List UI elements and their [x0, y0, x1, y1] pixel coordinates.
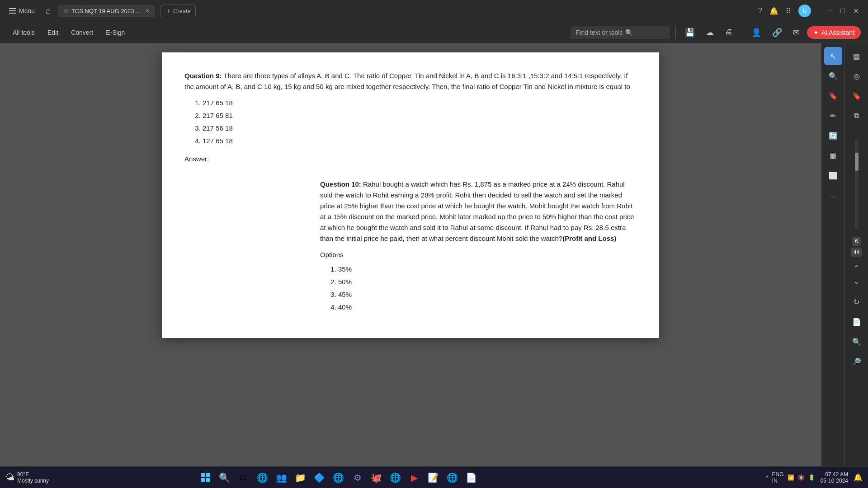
- taskbar-edge2[interactable]: 🌐: [330, 469, 347, 486]
- taskbar-youtube[interactable]: ▶: [406, 469, 423, 486]
- menu-button[interactable]: Menu: [5, 5, 38, 16]
- convert-button[interactable]: Convert: [66, 26, 99, 39]
- panel-icon-3[interactable]: 🔖: [848, 87, 866, 105]
- maximize-button[interactable]: □: [837, 5, 849, 17]
- question-10: Question 10: Rahul bought a watch which …: [320, 179, 637, 244]
- minimize-button[interactable]: ─: [824, 5, 836, 17]
- list-item: 35%: [338, 264, 637, 275]
- bookmark-tool[interactable]: 🔖: [824, 87, 842, 105]
- home-button[interactable]: ⌂: [42, 5, 54, 18]
- taskbar-app6[interactable]: 🔷: [311, 469, 328, 486]
- taskbar-php[interactable]: ⚙: [349, 469, 366, 486]
- list-item: 127 65 18: [203, 136, 637, 146]
- edit-button[interactable]: Edit: [42, 26, 64, 39]
- search-icon: 🔍: [625, 29, 633, 36]
- battery-icon[interactable]: 🔋: [808, 474, 815, 481]
- redact-tool[interactable]: ⬜: [824, 166, 842, 184]
- new-tab-button[interactable]: ＋ Create: [160, 5, 196, 17]
- all-tools-button[interactable]: All tools: [7, 26, 40, 39]
- taskbar-folders-button[interactable]: 📁: [292, 469, 309, 486]
- taskbar-notion[interactable]: 📝: [425, 469, 442, 486]
- taskbar-files-button[interactable]: 🗂: [236, 469, 252, 486]
- time-display: 07:42 AM: [821, 471, 848, 478]
- taskbar-acrobat[interactable]: 📄: [463, 469, 480, 486]
- text-select-tool[interactable]: ▦: [824, 146, 842, 164]
- panel-icon-2[interactable]: ◎: [848, 67, 866, 85]
- pdf-page: Question 9: There are three types of all…: [162, 52, 659, 338]
- apps-icon[interactable]: ⠿: [786, 7, 791, 15]
- taskbar-teams-button[interactable]: 👥: [274, 469, 290, 486]
- scroll-track[interactable]: [855, 139, 859, 230]
- share-icon[interactable]: 👤: [748, 26, 765, 39]
- menu-label: Menu: [19, 7, 35, 14]
- window-controls: ─ □ ✕: [824, 5, 863, 17]
- zoom-in-icon[interactable]: 🔍: [848, 333, 866, 351]
- taskbar-chrome[interactable]: 🌐: [444, 469, 461, 486]
- active-tab[interactable]: ☆ TCS NQT 19 AUG 2023 ... ✕: [58, 5, 155, 17]
- avatar[interactable]: U: [798, 5, 811, 17]
- esign-button[interactable]: E-Sign: [100, 26, 130, 39]
- help-icon[interactable]: ?: [758, 7, 762, 15]
- list-item: 217 56 18: [203, 123, 637, 134]
- export-icon[interactable]: 📄: [848, 313, 866, 331]
- page-down-button[interactable]: ⌄: [852, 275, 861, 287]
- more-tools-button[interactable]: ···: [824, 188, 842, 206]
- wifi-icon[interactable]: 📶: [788, 474, 794, 481]
- q9-options-list: 217 65 18 217 65 81 217 56 18 127 65 18: [184, 98, 637, 146]
- refresh-icon[interactable]: ↻: [848, 293, 866, 311]
- cursor-tool[interactable]: ↖: [824, 47, 842, 65]
- svg-rect-1: [206, 473, 210, 477]
- total-pages-badge: 44: [851, 248, 862, 257]
- system-tray: ^ ENG IN 📶 🔇 🔋: [766, 471, 815, 484]
- panel-icon-1[interactable]: ▤: [848, 47, 866, 65]
- zoom-out-icon[interactable]: 🔎: [848, 352, 866, 371]
- print-icon[interactable]: 🖨: [721, 26, 736, 39]
- taskbar-edge-button[interactable]: 🌐: [255, 469, 271, 486]
- list-item: 217 65 81: [203, 110, 637, 121]
- link-icon[interactable]: 🔗: [769, 26, 786, 39]
- email-icon[interactable]: ✉: [789, 26, 803, 39]
- divider: [675, 26, 676, 39]
- ai-btn-label: AI Assistant: [821, 29, 854, 36]
- q10-text: Rahul bought a watch which has Rs. 1,875…: [320, 180, 634, 242]
- close-tab-icon[interactable]: ✕: [145, 8, 150, 14]
- notification-icon[interactable]: 🔔: [854, 473, 863, 482]
- question-9: Question 9: There are three types of all…: [184, 70, 637, 92]
- weather-widget: 🌤 80°F Mostly sunny: [5, 471, 49, 484]
- taskbar-search-button[interactable]: 🔍: [217, 469, 233, 486]
- pen-tool[interactable]: ✏: [824, 107, 842, 125]
- date-display: 05-10-2024: [821, 478, 848, 484]
- weather-condition: Mostly sunny: [17, 478, 49, 484]
- panel-icon-4[interactable]: ⧉: [848, 107, 866, 125]
- chevron-icon[interactable]: ^: [766, 474, 769, 481]
- zoom-tool[interactable]: 🔍: [824, 67, 842, 85]
- q10-options-list: 35% 50% 45% 40%: [320, 264, 637, 313]
- main-area: Question 9: There are three types of all…: [0, 43, 868, 488]
- scroll-thumb[interactable]: [855, 153, 859, 171]
- bell-icon[interactable]: 🔔: [769, 7, 778, 15]
- taskbar-icons: 🔍 🗂 🌐 👥 📁 🔷 🌐 ⚙ 🐙 🌐 ▶ 📝 🌐 📄: [198, 469, 480, 486]
- taskbar: 🌤 80°F Mostly sunny 🔍 🗂 🌐 👥 📁 🔷 🌐 ⚙ 🐙 🌐 …: [0, 466, 868, 488]
- divider2: [742, 26, 742, 39]
- ai-assistant-button[interactable]: ✦ AI Assistant: [807, 26, 861, 39]
- speaker-icon[interactable]: 🔇: [798, 474, 805, 481]
- search-bar[interactable]: Find text or tools 🔍: [571, 26, 670, 39]
- title-bar-right: ? 🔔 ⠿ U ─ □ ✕: [758, 5, 863, 17]
- windows-start-button[interactable]: [198, 469, 214, 486]
- cloud-icon[interactable]: ☁: [702, 26, 717, 39]
- search-text: Find text or tools: [576, 29, 623, 36]
- answer-line: Answer:: [184, 154, 637, 164]
- toolbar: All tools Edit Convert E-Sign Find text …: [0, 22, 868, 43]
- q9-text: There are three types of alloys A, B and…: [184, 72, 630, 90]
- close-button[interactable]: ✕: [849, 5, 863, 17]
- weather-icon: 🌤: [5, 472, 14, 483]
- comment-tool[interactable]: 🔄: [824, 127, 842, 145]
- save-icon[interactable]: 💾: [681, 26, 698, 39]
- taskbar-browser[interactable]: 🌐: [387, 469, 404, 486]
- current-page-badge: 6: [852, 237, 861, 246]
- question-10-container: Question 10: Rahul bought a watch which …: [184, 179, 637, 313]
- list-item: 50%: [338, 277, 637, 287]
- page-up-button[interactable]: ⌃: [852, 262, 861, 274]
- toolbar-right: Find text or tools 🔍 💾 ☁ 🖨 👤 🔗 ✉ ✦ AI As…: [571, 26, 861, 39]
- taskbar-github[interactable]: 🐙: [368, 469, 385, 486]
